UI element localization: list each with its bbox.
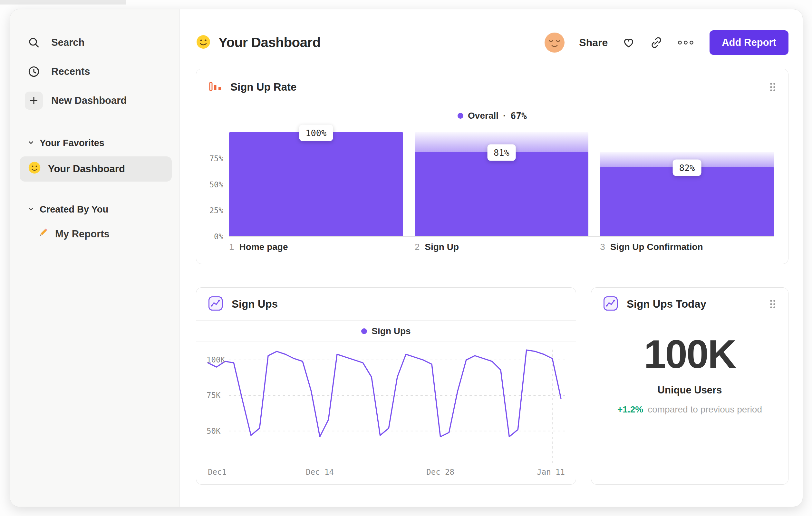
funnel-step-label: 2Sign Up <box>415 242 589 252</box>
header-actions: Share Add Report <box>544 30 788 55</box>
kpi-value: 100K <box>644 334 735 374</box>
line-chart-plot[interactable]: 100K75K50K <box>205 346 565 464</box>
funnel-legend[interactable]: Overall · 67% <box>196 105 788 127</box>
funnel-conversion-badge: 82% <box>673 159 701 176</box>
line-legend[interactable]: Sign Ups <box>196 321 576 342</box>
funnel-step-label: 1Home page <box>229 242 403 252</box>
drag-handle-icon[interactable] <box>769 82 777 92</box>
funnel-bars: 100%81%82% <box>229 130 774 237</box>
funnel-y-tick: 0% <box>214 232 223 241</box>
legend-dot <box>458 113 463 119</box>
funnel-y-tick: 50% <box>209 180 223 189</box>
line-x-tick-label: Jan 11 <box>537 468 565 477</box>
funnel-y-tick: 25% <box>209 206 223 215</box>
main-content: Your Dashboard Share Add Report <box>180 9 803 507</box>
drag-handle-icon[interactable] <box>769 299 777 309</box>
section-title: Your Favorites <box>40 138 105 148</box>
chevron-down-icon <box>27 204 34 215</box>
more-options-icon[interactable] <box>677 39 694 46</box>
sidebar-item-my-reports[interactable]: My Reports <box>24 222 170 246</box>
funnel-conversion-badge: 100% <box>299 125 333 141</box>
pencil-icon <box>37 227 49 241</box>
sidebar-item-your-dashboard[interactable]: Your Dashboard <box>20 156 172 182</box>
legend-label: Sign Ups <box>372 326 410 336</box>
card-title: Sign Ups <box>232 298 278 310</box>
favorites-section-header[interactable]: Your Favorites <box>24 133 170 153</box>
add-report-button[interactable]: Add Report <box>709 30 788 55</box>
kpi-delta-note: compared to previous period <box>648 404 762 415</box>
app-window: Search Recents New Dashboard Your Favori… <box>10 9 803 507</box>
funnel-y-tick: 75% <box>209 154 223 163</box>
sidebar-item-label: My Reports <box>55 228 110 240</box>
sidebar-item-label: Your Dashboard <box>48 163 125 175</box>
line-y-tick-label: 50K <box>207 427 221 436</box>
sidebar-item-recents[interactable]: Recents <box>24 57 170 86</box>
sidebar-item-label: Search <box>51 37 84 48</box>
created-section-header[interactable]: Created By You <box>24 199 170 220</box>
purple-line-chart-icon <box>603 296 618 313</box>
legend-value: 67% <box>511 111 527 121</box>
legend-separator: · <box>503 111 506 121</box>
share-button[interactable]: Share <box>579 37 608 49</box>
funnel-y-axis: 75%50%25%0% <box>209 130 229 237</box>
line-x-tick-label: Dec1 <box>208 468 227 477</box>
chevron-down-icon <box>27 138 34 148</box>
smiley-emoji-icon <box>28 161 41 177</box>
funnel-step-labels: 1Home page2Sign Up3Sign Up Confirmation <box>229 242 774 252</box>
clock-icon <box>24 65 44 78</box>
sidebar: Search Recents New Dashboard Your Favori… <box>10 9 180 507</box>
bottom-cards-row: Sign Ups Sign Ups 100K75K50K Dec1Dec 14D… <box>196 287 788 485</box>
sidebar-item-new-dashboard[interactable]: New Dashboard <box>24 86 170 115</box>
funnel-chart: 75%50%25%0% 100%81%82% <box>196 127 788 237</box>
orange-bar-chart-icon <box>208 79 222 95</box>
line-x-tick-label: Dec 14 <box>306 468 334 477</box>
line-chart-svg <box>205 346 565 464</box>
line-x-labels: Dec1Dec 14Dec 28Jan 11 <box>205 464 565 479</box>
funnel-bar-step-1[interactable]: 100% <box>229 130 403 236</box>
line-x-tick-label: Dec 28 <box>426 468 454 477</box>
line-y-tick-label: 100K <box>207 355 225 364</box>
card-header: Sign Ups Today <box>591 288 788 321</box>
sidebar-item-label: New Dashboard <box>51 95 127 106</box>
card-title: Sign Ups Today <box>627 298 706 310</box>
section-title: Created By You <box>40 204 108 215</box>
funnel-conversion-badge: 81% <box>487 144 516 161</box>
kpi-metric-label: Unique Users <box>658 384 722 396</box>
background-window-edge <box>0 0 126 4</box>
plus-icon <box>24 91 44 110</box>
dashboard-header: Your Dashboard Share Add Report <box>196 29 788 56</box>
smiley-emoji-icon <box>196 34 211 51</box>
funnel-bar <box>415 152 589 236</box>
kpi-body: 100K Unique Users +1.2% compared to prev… <box>591 334 788 415</box>
sign-ups-card: Sign Ups Sign Ups 100K75K50K Dec1Dec 14D… <box>196 287 576 485</box>
sign-ups-today-card: Sign Ups Today 100K Unique Users +1.2% c… <box>591 287 788 485</box>
legend-dot <box>361 328 367 334</box>
funnel-bar-step-2[interactable]: 81% <box>415 130 589 236</box>
sidebar-item-search[interactable]: Search <box>24 28 170 57</box>
avatar[interactable] <box>544 32 565 53</box>
page-title: Your Dashboard <box>219 35 321 50</box>
kpi-delta-value: +1.2% <box>617 404 643 415</box>
kpi-delta-row: +1.2% compared to previous period <box>617 404 762 415</box>
purple-line-chart-icon <box>208 296 223 313</box>
sign-up-rate-card: Sign Up Rate Overall · 67% 75%50%25%0% 1… <box>196 69 788 264</box>
card-header: Sign Up Rate <box>196 69 788 105</box>
line-y-tick-label: 75K <box>207 391 221 400</box>
favorite-heart-icon[interactable] <box>622 36 635 49</box>
legend-label: Overall <box>468 111 498 121</box>
card-title: Sign Up Rate <box>230 81 296 93</box>
funnel-bar-step-3[interactable]: 82% <box>600 130 774 236</box>
funnel-step-label: 3Sign Up Confirmation <box>600 242 774 252</box>
funnel-bar <box>229 132 403 236</box>
funnel-bar <box>600 167 774 236</box>
copy-link-icon[interactable] <box>649 36 663 49</box>
search-icon <box>24 36 44 49</box>
sidebar-item-label: Recents <box>51 66 90 77</box>
card-header: Sign Ups <box>196 288 576 321</box>
